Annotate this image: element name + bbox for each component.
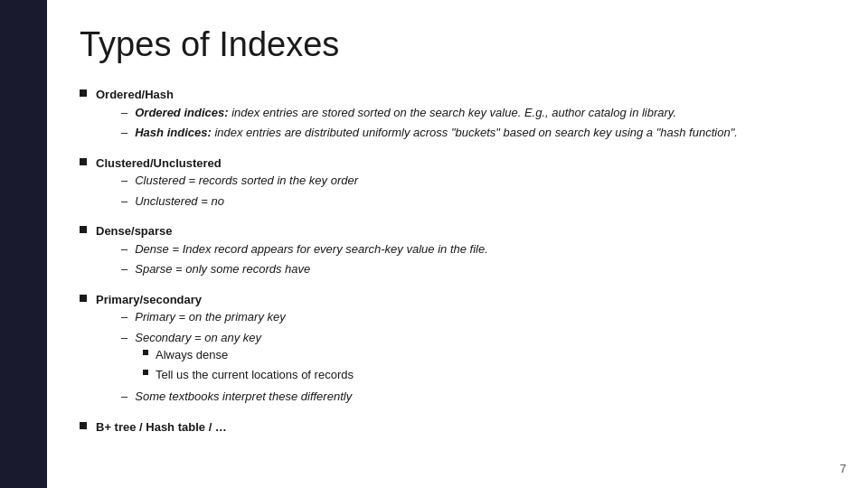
bullet-icon	[80, 422, 87, 429]
bullet-icon	[80, 226, 87, 233]
dense-text: Dense = Index record appears for every s…	[135, 240, 488, 258]
bullet-icon	[80, 89, 87, 97]
tell-us-text: Tell us the current locations of records	[156, 366, 354, 384]
bullet-ordered-hash: Ordered/Hash – Ordered indices: index en…	[80, 86, 832, 145]
content-area: Ordered/Hash – Ordered indices: index en…	[80, 86, 832, 436]
bullet-icon	[80, 158, 87, 165]
sparse-text: Sparse = only some records have	[135, 260, 310, 278]
primary-secondary-label: Primary/secondary	[96, 293, 202, 306]
sub-always-dense: Always dense	[143, 346, 354, 364]
dash-icon: –	[121, 172, 127, 190]
always-dense-text: Always dense	[156, 346, 228, 364]
ordered-indices-text: Ordered indices: index entries are store…	[135, 104, 676, 122]
sub-sparse: – Sparse = only some records have	[121, 260, 488, 278]
some-textbooks-text: Some textbooks interpret these different…	[135, 388, 352, 406]
dash-icon: –	[121, 388, 127, 406]
slide-title: Types of Indexes	[80, 25, 832, 64]
primary-secondary-sublist: – Primary = on the primary key – Seconda…	[121, 308, 354, 406]
bplus-tree-label: B+ tree / Hash table / …	[96, 418, 227, 436]
sub-hash-indices: – Hash indices: index entries are distri…	[121, 124, 738, 142]
sub-secondary: – Secondary = on any key Always dense Te…	[121, 329, 354, 386]
small-bullet-icon	[143, 370, 148, 375]
left-sidebar	[0, 0, 47, 488]
secondary-text: Secondary = on any key	[135, 329, 261, 347]
bullet-icon	[80, 295, 87, 302]
dash-icon: –	[121, 240, 127, 258]
clustered-text: Clustered = records sorted in the key or…	[135, 172, 358, 190]
sub-unclustered: – Unclustered = no	[121, 192, 358, 211]
sub-primary: – Primary = on the primary key	[121, 308, 354, 326]
bullet-primary-secondary: Primary/secondary – Primary = on the pri…	[80, 291, 832, 409]
secondary-sublist: Always dense Tell us the current locatio…	[143, 346, 354, 385]
sub-clustered: – Clustered = records sorted in the key …	[121, 172, 358, 190]
bullet-primary-secondary-content: Primary/secondary – Primary = on the pri…	[96, 291, 354, 409]
bullet-dense-sparse-content: Dense/sparse – Dense = Index record appe…	[96, 222, 488, 282]
sub-dense: – Dense = Index record appears for every…	[121, 240, 488, 258]
clustered-sublist: – Clustered = records sorted in the key …	[121, 172, 358, 210]
page-number: 7	[840, 462, 846, 475]
dash-icon: –	[121, 260, 127, 278]
slide-content: Types of Indexes Ordered/Hash – Ordered …	[47, 0, 868, 488]
ordered-hash-label: Ordered/Hash	[96, 88, 174, 101]
dense-sparse-sublist: – Dense = Index record appears for every…	[121, 240, 488, 278]
primary-text: Primary = on the primary key	[135, 308, 286, 326]
dense-sparse-label: Dense/sparse	[96, 224, 173, 238]
sub-some-textbooks: – Some textbooks interpret these differe…	[121, 388, 354, 406]
small-bullet-icon	[143, 350, 148, 355]
sub-ordered-indices: – Ordered indices: index entries are sto…	[121, 104, 738, 122]
bullet-ordered-hash-content: Ordered/Hash – Ordered indices: index en…	[96, 86, 738, 145]
sub-tell-us: Tell us the current locations of records	[143, 366, 354, 384]
hash-indices-text: Hash indices: index entries are distribu…	[135, 124, 738, 142]
dash-icon: –	[121, 308, 127, 326]
bullet-clustered: Clustered/Unclustered – Clustered = reco…	[80, 155, 832, 214]
dash-icon: –	[121, 104, 127, 122]
clustered-label: Clustered/Unclustered	[96, 156, 222, 170]
ordered-hash-sublist: – Ordered indices: index entries are sto…	[121, 104, 738, 142]
dash-icon: –	[121, 329, 127, 347]
dash-icon: –	[121, 124, 127, 142]
bullet-clustered-content: Clustered/Unclustered – Clustered = reco…	[96, 155, 358, 214]
dash-icon: –	[121, 192, 127, 211]
bullet-dense-sparse: Dense/sparse – Dense = Index record appe…	[80, 222, 832, 282]
bullet-bplus-tree: B+ tree / Hash table / …	[80, 418, 832, 436]
unclustered-text: Unclustered = no	[135, 192, 224, 211]
